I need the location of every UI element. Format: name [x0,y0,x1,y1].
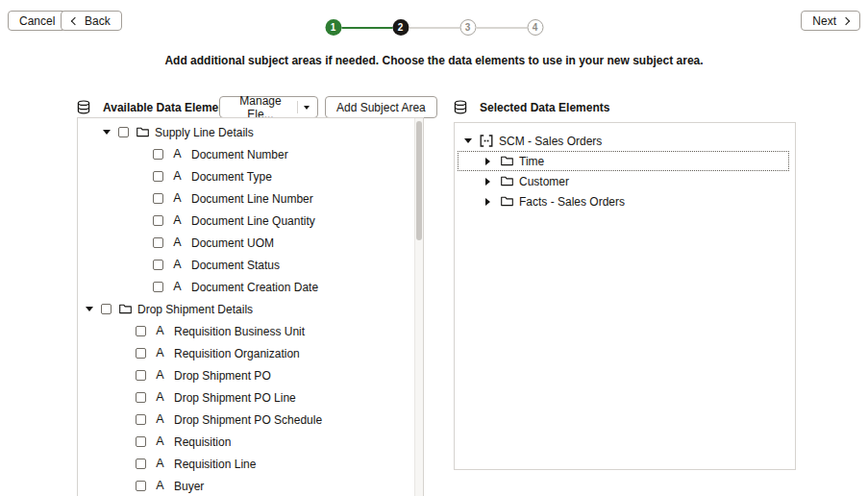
tree-attribute-row[interactable]: ARequisition Organization [78,342,423,364]
tree-attribute-row[interactable]: ADocument Type [78,165,423,187]
attribute-icon: A [171,192,184,205]
attribute-icon: A [171,214,184,227]
expand-collapse-icon[interactable] [485,158,501,165]
tree-attribute-row[interactable]: ADocument Line Number [78,187,423,210]
tree-item-label: Document Line Number [191,192,313,206]
checkbox[interactable] [153,149,163,160]
tree-item-label: Document Creation Date [191,281,318,294]
checkbox[interactable] [153,237,163,248]
attribute-icon: A [154,347,166,360]
tree-attribute-row[interactable]: ADrop Shipment PO [78,364,423,386]
instruction-text: Add additional subject areas if needed. … [0,54,868,67]
tree-folder-row[interactable]: Facts - Sales Orders [455,191,795,211]
folder-icon [136,127,149,137]
attribute-icon: A [171,281,184,293]
tree-folder-row[interactable]: Customer [455,171,795,191]
tree-attribute-row[interactable]: ADocument UOM [78,232,423,254]
step-connector-2 [409,27,459,29]
back-button[interactable]: Back [61,11,122,31]
chevron-down-icon [103,130,111,135]
checkbox[interactable] [136,459,146,469]
checkbox[interactable] [136,436,146,447]
step-3[interactable]: 3 [459,19,476,36]
tree-item-label: Requisition [174,435,231,449]
expand-collapse-icon[interactable] [485,198,501,206]
selected-panel-title: Selected Data Elements [480,101,609,114]
manage-elements-button[interactable]: Manage Ele... [219,96,318,118]
tree-attribute-row[interactable]: ARequisition Line [78,453,423,475]
tree-attribute-row[interactable]: ADocument Status [78,254,423,276]
attribute-icon: A [154,391,166,404]
tree-item-label: Drop Shipment Details [137,303,253,316]
wizard-stepper: 1 2 3 4 [325,19,543,36]
selected-tree: SCM - Sales OrdersTimeCustomerFacts - Sa… [455,131,795,211]
checkbox[interactable] [153,282,163,292]
tree-attribute-row[interactable]: ADocument Creation Date [78,276,423,298]
next-button[interactable]: Next [801,11,860,31]
available-panel-header: Available Data Elements [77,99,236,115]
step-1[interactable]: 1 [325,19,341,36]
tree-attribute-row[interactable]: ADocument Number [78,143,423,165]
tree-item-label: Drop Shipment PO Line [174,391,296,405]
add-subject-area-button[interactable]: Add Subject Area [325,96,437,118]
attribute-icon: A [154,480,166,492]
back-button-label: Back [85,14,111,28]
tree-item-label: Document Status [191,259,280,272]
expand-collapse-icon[interactable] [485,178,501,186]
vertical-scrollbar[interactable] [414,118,423,496]
tree-folder-row[interactable]: Supply Line Details [78,121,423,143]
selected-panel-header: Selected Data Elements [454,99,609,115]
tree-item-label: Requisition Line [174,458,256,471]
available-panel-title: Available Data Elements [103,101,236,114]
expand-collapse-icon[interactable] [86,307,101,311]
tree-folder-row[interactable]: Time [455,151,795,171]
tree-item-label: Document Number [191,148,288,161]
scrollbar-thumb[interactable] [416,121,422,240]
chevron-right-icon [485,178,490,186]
tree-attribute-row[interactable]: ADrop Shipment PO Line [78,386,423,409]
button-divider [297,101,298,113]
tree-attribute-row[interactable]: ADrop Shipment PO Schedule [78,409,423,431]
checkbox[interactable] [136,326,146,336]
tree-attribute-row[interactable]: ARequisition [78,431,423,453]
tree-attribute-row[interactable]: ARequisition Business Unit [78,320,423,342]
checkbox[interactable] [101,304,112,314]
checkbox[interactable] [136,370,146,381]
subject-area-row[interactable]: SCM - Sales Orders [455,131,795,151]
step-2[interactable]: 2 [392,19,409,36]
checkbox[interactable] [136,348,146,359]
chevron-down-icon [464,138,472,143]
chevron-right-icon [485,198,490,206]
checkbox[interactable] [118,127,129,137]
checkbox[interactable] [136,392,146,403]
cancel-button[interactable]: Cancel [8,11,66,31]
tree-item-label: Document UOM [191,236,274,250]
checkbox[interactable] [136,414,146,425]
checkbox[interactable] [153,171,163,182]
expand-collapse-icon[interactable] [103,130,118,135]
tree-item-label: Drop Shipment PO Schedule [174,413,322,427]
chevron-down-icon [86,307,93,311]
tree-attribute-row[interactable]: ABuyer [78,475,423,496]
attribute-icon: A [154,413,166,426]
tree-item-label: Facts - Sales Orders [519,195,625,209]
checkbox[interactable] [153,260,163,270]
available-tree: Supply Line DetailsADocument NumberADocu… [78,121,423,496]
tree-item-label: Requisition Business Unit [174,325,305,338]
checkbox[interactable] [153,193,163,204]
expand-collapse-icon[interactable] [464,138,480,143]
tree-item-label: Customer [519,175,569,188]
attribute-icon: A [171,236,184,249]
folder-icon [501,156,513,166]
tree-attribute-row[interactable]: ADocument Line Quantity [78,210,423,232]
next-chevron-icon [842,16,850,24]
tree-folder-row[interactable]: Drop Shipment Details [78,298,423,320]
folder-icon [501,176,513,186]
checkbox[interactable] [136,481,146,491]
step-4[interactable]: 4 [527,19,543,36]
checkbox[interactable] [153,215,163,226]
selected-data-elements-panel: SCM - Sales OrdersTimeCustomerFacts - Sa… [454,122,796,470]
dropdown-caret-icon [304,106,310,110]
subject-area-icon [480,135,493,147]
chevron-right-icon [485,158,490,165]
